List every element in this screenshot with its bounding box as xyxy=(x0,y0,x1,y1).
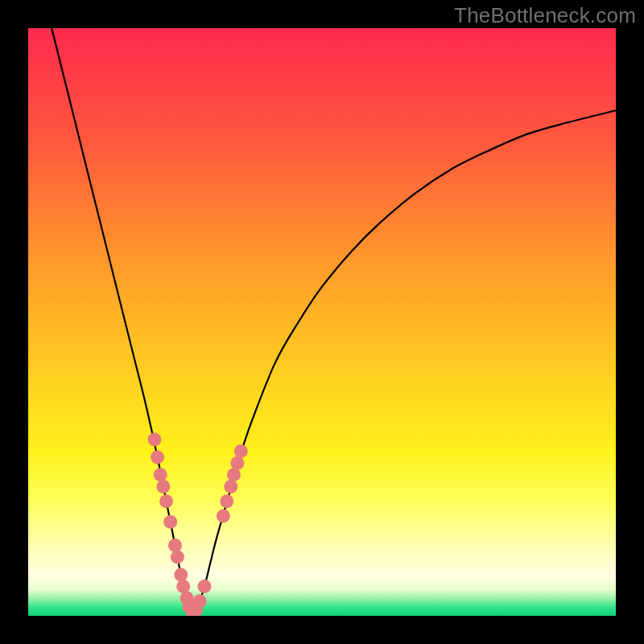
sample-marker xyxy=(147,433,161,447)
sample-marker xyxy=(151,450,164,464)
sample-marker xyxy=(217,509,230,522)
sample-marker xyxy=(159,494,173,508)
sample-marker xyxy=(176,580,190,593)
sample-marker xyxy=(193,594,207,608)
sample-marker xyxy=(220,494,233,508)
sample-marker xyxy=(198,580,212,593)
sample-marker xyxy=(154,468,167,481)
bottleneck-chart xyxy=(28,28,616,616)
sample-marker xyxy=(171,551,184,564)
sample-marker xyxy=(234,444,248,458)
sample-marker xyxy=(174,568,188,581)
sample-marker xyxy=(224,480,237,493)
sample-marker xyxy=(230,456,244,470)
chart-frame: TheBottleneck.com xyxy=(0,0,644,644)
sample-marker xyxy=(163,515,177,529)
sample-marker xyxy=(168,539,182,552)
gradient-panel xyxy=(28,28,616,616)
sample-marker xyxy=(156,480,170,493)
sample-marker xyxy=(227,468,241,481)
watermark-text: TheBottleneck.com xyxy=(454,3,636,28)
